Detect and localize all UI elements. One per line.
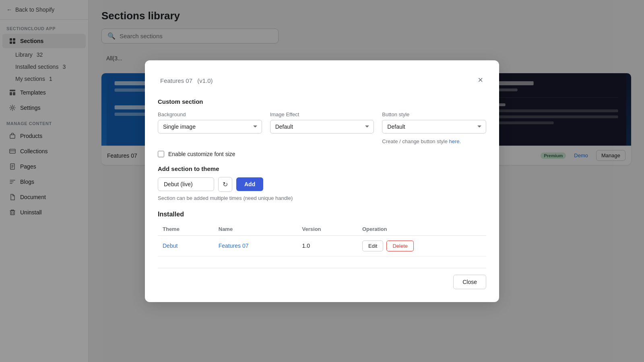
section-link[interactable]: Features 07	[219, 243, 249, 249]
modal-close-button[interactable]: ×	[475, 73, 486, 87]
col-version: Version	[297, 223, 357, 236]
button-style-label: Button style	[382, 111, 486, 117]
col-theme: Theme	[158, 223, 214, 236]
checkbox-row: Enable customize font size	[158, 151, 486, 157]
installed-table: Theme Name Version Operation Debut Featu…	[158, 223, 486, 257]
theme-select[interactable]: Debut (live)	[158, 177, 214, 191]
col-operation: Operation	[357, 223, 486, 236]
refresh-button[interactable]: ↻	[218, 177, 232, 192]
form-row-settings: Background Single image Image Effect Def…	[158, 111, 486, 144]
image-effect-select[interactable]: Default	[270, 120, 374, 134]
add-hint: Section can be added multiple times (nee…	[158, 195, 486, 201]
button-style-hint: Create / change button style here.	[382, 138, 486, 144]
modal-version: (v1.0)	[197, 77, 213, 84]
form-group-button-style: Button style Default Create / change but…	[382, 111, 486, 144]
modal: Features 07 (v1.0) × Custom section Back…	[145, 60, 499, 302]
form-group-background: Background Single image	[158, 111, 262, 144]
background-select[interactable]: Single image	[158, 120, 262, 134]
installed-title: Installed	[158, 211, 486, 218]
background-label: Background	[158, 111, 262, 117]
col-name: Name	[214, 223, 297, 236]
delete-button[interactable]: Delete	[386, 241, 414, 251]
row-name: Features 07	[214, 235, 297, 256]
installed-row: Debut Features 07 1.0 Edit Delete	[158, 235, 486, 256]
image-effect-label: Image Effect	[270, 111, 374, 117]
close-modal-button[interactable]: Close	[453, 275, 486, 289]
button-style-select[interactable]: Default	[382, 120, 486, 134]
row-operations: Edit Delete	[357, 235, 486, 256]
add-section-title: Add section to theme	[158, 165, 486, 172]
theme-link[interactable]: Debut	[163, 243, 178, 249]
add-button[interactable]: Add	[236, 177, 263, 191]
font-size-label: Enable customize font size	[168, 151, 235, 157]
operation-buttons: Edit Delete	[362, 241, 481, 251]
custom-section-label: Custom section	[158, 98, 486, 105]
modal-footer: Close	[158, 268, 486, 289]
font-size-checkbox[interactable]	[158, 151, 164, 157]
modal-header: Features 07 (v1.0) ×	[158, 73, 486, 87]
button-style-link[interactable]: here.	[449, 138, 461, 144]
row-theme: Debut	[158, 235, 214, 256]
row-version: 1.0	[297, 235, 357, 256]
form-group-image-effect: Image Effect Default	[270, 111, 374, 144]
modal-title: Features 07 (v1.0)	[158, 75, 213, 85]
modal-overlay[interactable]: Features 07 (v1.0) × Custom section Back…	[0, 0, 644, 362]
add-section-row: Debut (live) ↻ Add	[158, 177, 486, 192]
edit-button[interactable]: Edit	[362, 241, 383, 251]
